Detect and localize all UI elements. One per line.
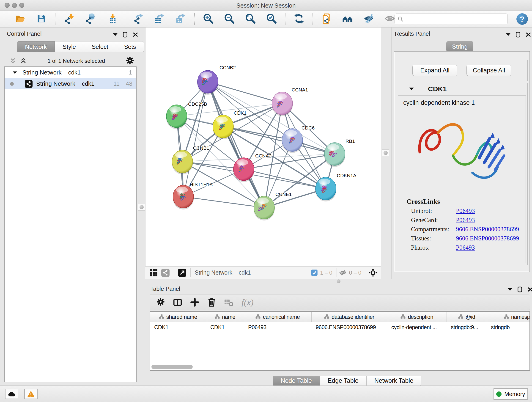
right-splitter-handle[interactable] <box>382 149 389 156</box>
table-cell[interactable]: stringdb <box>487 322 530 332</box>
refresh-button[interactable] <box>293 13 305 25</box>
float-panel-icon[interactable] <box>517 287 522 293</box>
network-options-gear-icon[interactable] <box>126 56 134 66</box>
network-graph[interactable]: CCNB2CCNA1CDC25BCDK1CDC6RB1CCNB1CCNA2CDK… <box>146 27 381 266</box>
help-button[interactable]: ? <box>516 13 528 25</box>
zoom-in-button[interactable] <box>203 13 214 25</box>
import-network-button[interactable] <box>63 13 75 25</box>
show-columns-icon[interactable] <box>173 298 182 307</box>
table-cell[interactable]: cyclin-dependent ... <box>387 322 447 332</box>
toolbar-search-field[interactable] <box>394 13 508 24</box>
network-node-CCNB2[interactable]: CCNB2 <box>197 65 236 95</box>
crosslink-link[interactable]: P06493 <box>456 244 475 251</box>
left-splitter-handle[interactable] <box>138 204 145 211</box>
network-node-CCNB1[interactable]: CCNB1 <box>172 145 209 174</box>
search-input[interactable] <box>405 16 507 22</box>
crosslink-link[interactable]: P06493 <box>456 207 475 215</box>
show-results-button[interactable] <box>384 13 395 25</box>
node-table[interactable]: shared namenamecanonical namedatabase id… <box>150 311 530 371</box>
network-canvas[interactable]: CCNB2CCNA1CDC25BCDK1CDC6RB1CCNB1CCNA2CDK… <box>145 27 381 266</box>
expand-all-networks-icon[interactable] <box>20 58 27 64</box>
float-panel-icon[interactable] <box>515 32 520 38</box>
zoom-selected-button[interactable] <box>266 13 277 25</box>
network-node-RB1[interactable]: RB1 <box>324 138 355 167</box>
column-header-id[interactable]: @id <box>447 312 487 322</box>
results-tab-string[interactable]: String <box>446 41 473 52</box>
selected-checkbox-icon[interactable] <box>311 269 318 276</box>
export-network-button[interactable] <box>133 13 144 25</box>
network-edge[interactable] <box>244 169 326 189</box>
table-tab-node-table[interactable]: Node Table <box>273 376 320 386</box>
network-node-CDK1[interactable]: CDK1 <box>213 110 247 139</box>
close-panel-icon[interactable] <box>133 32 138 37</box>
tree-expander-icon[interactable] <box>13 71 17 74</box>
table-cell[interactable]: 9606.ENSP00000378699 <box>312 322 387 332</box>
open-session-button[interactable] <box>15 13 26 25</box>
table-tab-network-table[interactable]: Network Table <box>367 376 422 386</box>
control-tab-network[interactable]: Network <box>17 41 55 52</box>
export-table-button[interactable] <box>154 13 165 25</box>
table-options-gear-icon[interactable] <box>156 298 165 307</box>
share-document-button[interactable] <box>321 13 332 25</box>
crosslink-link[interactable]: P06493 <box>456 217 475 224</box>
table-tab-edge-table[interactable]: Edge Table <box>320 376 367 386</box>
birdseye-view-icon[interactable] <box>150 269 158 277</box>
network-node-CDC6[interactable]: CDC6 <box>282 125 315 153</box>
table-cell[interactable]: P06493 <box>244 322 312 332</box>
crosslink-link[interactable]: 9606.ENSP00000378699 <box>456 235 519 242</box>
network-node-CCNA1[interactable]: CCNA1 <box>272 87 308 116</box>
network-row[interactable]: String Network – cdk1 11 48 <box>5 78 136 89</box>
column-header-namespace[interactable]: namespace <box>487 312 530 322</box>
float-panel-icon[interactable] <box>123 32 128 38</box>
collapse-all-button[interactable]: Collapse All <box>467 65 511 76</box>
zoom-out-button[interactable] <box>224 13 235 25</box>
table-cell[interactable]: stringdb:9... <box>447 322 487 332</box>
import-table-button[interactable] <box>105 13 117 25</box>
delete-table-icon[interactable] <box>224 298 234 307</box>
control-tab-style[interactable]: Style <box>55 41 84 52</box>
save-session-button[interactable] <box>36 13 47 25</box>
expand-all-button[interactable]: Expand All <box>412 65 457 76</box>
network-edge[interactable] <box>208 82 264 208</box>
table-cell[interactable]: CDK1 <box>150 322 206 332</box>
column-header-description[interactable]: description <box>387 312 447 322</box>
table-cell[interactable]: CDK1 <box>206 322 244 332</box>
control-tab-select[interactable]: Select <box>84 41 116 52</box>
memory-button[interactable]: Memory <box>494 388 528 400</box>
crosslink-link[interactable]: 9606.ENSP00000378699 <box>456 226 519 233</box>
fit-selected-crosshair-icon[interactable] <box>368 268 378 277</box>
column-header-databaseidentifier[interactable]: database identifier <box>312 312 387 322</box>
zoom-fit-button[interactable] <box>245 13 256 25</box>
close-panel-icon[interactable] <box>526 32 531 37</box>
network-node-HIST1H1A[interactable]: HIST1H1A <box>173 182 213 210</box>
cloud-status-button[interactable] <box>5 389 18 399</box>
collapse-panel-icon[interactable] <box>508 288 512 291</box>
home-button[interactable] <box>342 13 353 25</box>
network-node-CDKN1A[interactable]: CDKN1A <box>315 173 356 201</box>
delete-column-icon[interactable] <box>207 298 216 307</box>
network-badge-icon[interactable] <box>161 269 170 277</box>
hide-results-button[interactable] <box>363 13 374 25</box>
horizontal-splitter[interactable] <box>145 279 532 284</box>
collapse-panel-icon[interactable] <box>113 33 118 36</box>
column-header-canonicalname[interactable]: canonical name <box>244 312 312 322</box>
network-collection-row[interactable]: String Network – cdk1 1 <box>5 67 136 78</box>
add-column-icon[interactable] <box>190 298 199 307</box>
entry-expander-icon[interactable] <box>409 87 414 90</box>
warnings-button[interactable] <box>24 389 38 399</box>
function-builder-icon[interactable]: f(x) <box>241 297 254 307</box>
node-result-header[interactable]: CDK1 <box>396 83 527 95</box>
network-edge[interactable] <box>183 82 208 197</box>
table-horizontal-scrollbar[interactable] <box>152 365 193 369</box>
open-in-new-window-icon[interactable] <box>178 269 186 277</box>
collapse-panel-icon[interactable] <box>506 33 510 36</box>
collapse-all-networks-icon[interactable] <box>9 58 17 64</box>
network-edge[interactable] <box>183 197 264 208</box>
network-edge[interactable] <box>208 82 282 103</box>
close-panel-icon[interactable] <box>527 287 532 292</box>
import-network-database-button[interactable] <box>84 13 96 25</box>
table-row[interactable]: CDK1CDK1P064939606.ENSP00000378699cyclin… <box>150 322 530 332</box>
control-tab-sets[interactable]: Sets <box>116 41 144 52</box>
export-image-button[interactable] <box>175 13 186 25</box>
column-header-name[interactable]: name <box>206 312 244 322</box>
